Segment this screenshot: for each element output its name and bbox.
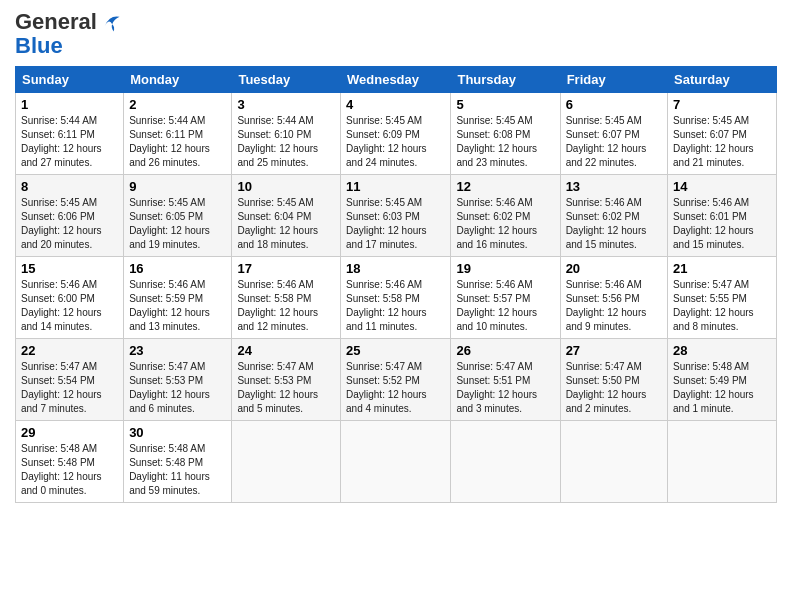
day-number: 21 <box>673 261 771 276</box>
calendar-cell: 26Sunrise: 5:47 AM Sunset: 5:51 PM Dayli… <box>451 339 560 421</box>
calendar-cell: 1Sunrise: 5:44 AM Sunset: 6:11 PM Daylig… <box>16 93 124 175</box>
day-info: Sunrise: 5:44 AM Sunset: 6:11 PM Dayligh… <box>21 114 118 170</box>
day-number: 19 <box>456 261 554 276</box>
calendar-week-5: 29Sunrise: 5:48 AM Sunset: 5:48 PM Dayli… <box>16 421 777 503</box>
day-info: Sunrise: 5:45 AM Sunset: 6:06 PM Dayligh… <box>21 196 118 252</box>
day-info: Sunrise: 5:45 AM Sunset: 6:04 PM Dayligh… <box>237 196 335 252</box>
calendar-cell: 2Sunrise: 5:44 AM Sunset: 6:11 PM Daylig… <box>124 93 232 175</box>
day-number: 22 <box>21 343 118 358</box>
day-number: 14 <box>673 179 771 194</box>
day-info: Sunrise: 5:48 AM Sunset: 5:48 PM Dayligh… <box>21 442 118 498</box>
day-number: 26 <box>456 343 554 358</box>
day-info: Sunrise: 5:45 AM Sunset: 6:09 PM Dayligh… <box>346 114 445 170</box>
calendar-cell <box>451 421 560 503</box>
day-number: 3 <box>237 97 335 112</box>
calendar-week-4: 22Sunrise: 5:47 AM Sunset: 5:54 PM Dayli… <box>16 339 777 421</box>
weekday-header-tuesday: Tuesday <box>232 67 341 93</box>
day-number: 27 <box>566 343 662 358</box>
logo-blue: Blue <box>15 34 121 58</box>
day-info: Sunrise: 5:44 AM Sunset: 6:10 PM Dayligh… <box>237 114 335 170</box>
calendar-cell: 25Sunrise: 5:47 AM Sunset: 5:52 PM Dayli… <box>341 339 451 421</box>
day-info: Sunrise: 5:47 AM Sunset: 5:55 PM Dayligh… <box>673 278 771 334</box>
weekday-header-saturday: Saturday <box>668 67 777 93</box>
day-number: 24 <box>237 343 335 358</box>
calendar-cell: 9Sunrise: 5:45 AM Sunset: 6:05 PM Daylig… <box>124 175 232 257</box>
weekday-header-friday: Friday <box>560 67 667 93</box>
calendar-cell: 18Sunrise: 5:46 AM Sunset: 5:58 PM Dayli… <box>341 257 451 339</box>
day-number: 13 <box>566 179 662 194</box>
day-number: 29 <box>21 425 118 440</box>
day-number: 1 <box>21 97 118 112</box>
calendar-cell: 4Sunrise: 5:45 AM Sunset: 6:09 PM Daylig… <box>341 93 451 175</box>
calendar-cell: 21Sunrise: 5:47 AM Sunset: 5:55 PM Dayli… <box>668 257 777 339</box>
calendar-cell: 27Sunrise: 5:47 AM Sunset: 5:50 PM Dayli… <box>560 339 667 421</box>
day-info: Sunrise: 5:46 AM Sunset: 5:58 PM Dayligh… <box>237 278 335 334</box>
day-info: Sunrise: 5:46 AM Sunset: 5:59 PM Dayligh… <box>129 278 226 334</box>
calendar-cell: 29Sunrise: 5:48 AM Sunset: 5:48 PM Dayli… <box>16 421 124 503</box>
day-number: 5 <box>456 97 554 112</box>
day-info: Sunrise: 5:45 AM Sunset: 6:07 PM Dayligh… <box>673 114 771 170</box>
day-number: 8 <box>21 179 118 194</box>
calendar-cell <box>232 421 341 503</box>
calendar-cell: 13Sunrise: 5:46 AM Sunset: 6:02 PM Dayli… <box>560 175 667 257</box>
calendar-cell: 22Sunrise: 5:47 AM Sunset: 5:54 PM Dayli… <box>16 339 124 421</box>
day-number: 10 <box>237 179 335 194</box>
calendar-cell: 12Sunrise: 5:46 AM Sunset: 6:02 PM Dayli… <box>451 175 560 257</box>
calendar-cell: 11Sunrise: 5:45 AM Sunset: 6:03 PM Dayli… <box>341 175 451 257</box>
calendar-cell: 7Sunrise: 5:45 AM Sunset: 6:07 PM Daylig… <box>668 93 777 175</box>
calendar-cell: 6Sunrise: 5:45 AM Sunset: 6:07 PM Daylig… <box>560 93 667 175</box>
day-info: Sunrise: 5:48 AM Sunset: 5:48 PM Dayligh… <box>129 442 226 498</box>
day-number: 2 <box>129 97 226 112</box>
calendar-cell: 16Sunrise: 5:46 AM Sunset: 5:59 PM Dayli… <box>124 257 232 339</box>
calendar-cell: 24Sunrise: 5:47 AM Sunset: 5:53 PM Dayli… <box>232 339 341 421</box>
day-info: Sunrise: 5:46 AM Sunset: 6:02 PM Dayligh… <box>456 196 554 252</box>
day-number: 9 <box>129 179 226 194</box>
page: General Blue SundayMondayTuesdayWednesda… <box>0 0 792 612</box>
day-info: Sunrise: 5:46 AM Sunset: 5:57 PM Dayligh… <box>456 278 554 334</box>
day-info: Sunrise: 5:46 AM Sunset: 6:00 PM Dayligh… <box>21 278 118 334</box>
day-info: Sunrise: 5:45 AM Sunset: 6:08 PM Dayligh… <box>456 114 554 170</box>
day-info: Sunrise: 5:47 AM Sunset: 5:53 PM Dayligh… <box>129 360 226 416</box>
calendar-cell: 20Sunrise: 5:46 AM Sunset: 5:56 PM Dayli… <box>560 257 667 339</box>
day-info: Sunrise: 5:47 AM Sunset: 5:52 PM Dayligh… <box>346 360 445 416</box>
calendar-cell: 30Sunrise: 5:48 AM Sunset: 5:48 PM Dayli… <box>124 421 232 503</box>
calendar-cell: 5Sunrise: 5:45 AM Sunset: 6:08 PM Daylig… <box>451 93 560 175</box>
day-number: 16 <box>129 261 226 276</box>
calendar-cell <box>560 421 667 503</box>
weekday-header-thursday: Thursday <box>451 67 560 93</box>
weekday-header-sunday: Sunday <box>16 67 124 93</box>
calendar-week-1: 1Sunrise: 5:44 AM Sunset: 6:11 PM Daylig… <box>16 93 777 175</box>
calendar-cell: 14Sunrise: 5:46 AM Sunset: 6:01 PM Dayli… <box>668 175 777 257</box>
calendar-cell: 17Sunrise: 5:46 AM Sunset: 5:58 PM Dayli… <box>232 257 341 339</box>
day-info: Sunrise: 5:45 AM Sunset: 6:07 PM Dayligh… <box>566 114 662 170</box>
day-info: Sunrise: 5:47 AM Sunset: 5:54 PM Dayligh… <box>21 360 118 416</box>
calendar-table: SundayMondayTuesdayWednesdayThursdayFrid… <box>15 66 777 503</box>
logo-general: General <box>15 10 97 34</box>
calendar-body: 1Sunrise: 5:44 AM Sunset: 6:11 PM Daylig… <box>16 93 777 503</box>
day-number: 6 <box>566 97 662 112</box>
day-info: Sunrise: 5:46 AM Sunset: 6:01 PM Dayligh… <box>673 196 771 252</box>
day-number: 23 <box>129 343 226 358</box>
day-number: 7 <box>673 97 771 112</box>
calendar-cell: 19Sunrise: 5:46 AM Sunset: 5:57 PM Dayli… <box>451 257 560 339</box>
day-number: 30 <box>129 425 226 440</box>
calendar-cell: 8Sunrise: 5:45 AM Sunset: 6:06 PM Daylig… <box>16 175 124 257</box>
day-info: Sunrise: 5:47 AM Sunset: 5:51 PM Dayligh… <box>456 360 554 416</box>
day-info: Sunrise: 5:44 AM Sunset: 6:11 PM Dayligh… <box>129 114 226 170</box>
day-number: 15 <box>21 261 118 276</box>
calendar-cell: 28Sunrise: 5:48 AM Sunset: 5:49 PM Dayli… <box>668 339 777 421</box>
logo-bird-icon <box>99 11 121 33</box>
day-info: Sunrise: 5:46 AM Sunset: 5:56 PM Dayligh… <box>566 278 662 334</box>
day-info: Sunrise: 5:47 AM Sunset: 5:50 PM Dayligh… <box>566 360 662 416</box>
day-number: 4 <box>346 97 445 112</box>
day-number: 11 <box>346 179 445 194</box>
calendar-cell <box>341 421 451 503</box>
calendar-cell: 10Sunrise: 5:45 AM Sunset: 6:04 PM Dayli… <box>232 175 341 257</box>
day-number: 28 <box>673 343 771 358</box>
calendar-cell: 23Sunrise: 5:47 AM Sunset: 5:53 PM Dayli… <box>124 339 232 421</box>
calendar-cell: 15Sunrise: 5:46 AM Sunset: 6:00 PM Dayli… <box>16 257 124 339</box>
weekday-header-row: SundayMondayTuesdayWednesdayThursdayFrid… <box>16 67 777 93</box>
day-info: Sunrise: 5:46 AM Sunset: 6:02 PM Dayligh… <box>566 196 662 252</box>
day-info: Sunrise: 5:46 AM Sunset: 5:58 PM Dayligh… <box>346 278 445 334</box>
logo: General Blue <box>15 10 121 58</box>
